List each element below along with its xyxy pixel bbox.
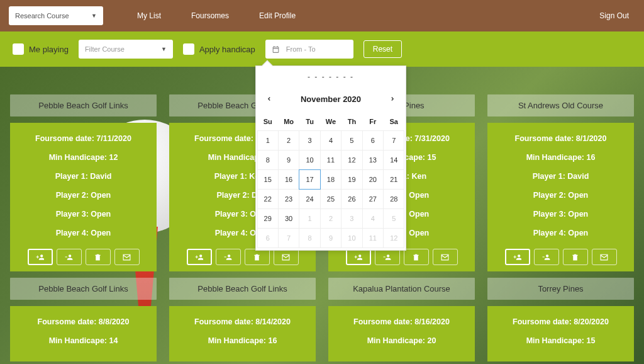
mail-button[interactable] <box>274 249 299 265</box>
top-nav: Research Course ▼ My List Foursomes Edit… <box>0 0 644 31</box>
cal-day[interactable]: 11 <box>320 150 341 170</box>
foursome-card: Foursome date: 8/20/2020Min Handicape: 1… <box>487 306 634 361</box>
cal-day[interactable]: 19 <box>341 169 362 190</box>
chevron-right-icon <box>389 96 396 102</box>
remove-button[interactable] <box>375 249 400 265</box>
card-line: Player 3: Open <box>492 210 629 219</box>
reset-button[interactable]: Reset <box>364 40 402 58</box>
cal-day[interactable]: 28 <box>383 189 404 209</box>
mail-icon <box>600 253 608 261</box>
card-line: Foursome date: 8/20/2020 <box>492 317 629 326</box>
chevron-left-icon <box>266 96 272 102</box>
cal-day[interactable]: 21 <box>383 169 404 190</box>
trash-button[interactable] <box>563 249 588 265</box>
cal-next-month[interactable] <box>387 91 398 106</box>
cal-day[interactable]: 13 <box>362 150 384 170</box>
cal-prev-month[interactable] <box>264 91 275 106</box>
cal-day[interactable]: 10 <box>341 228 362 248</box>
cal-day[interactable]: 10 <box>299 150 320 170</box>
cal-day[interactable]: 6 <box>362 130 384 151</box>
cal-day[interactable]: 1 <box>299 208 320 229</box>
filter-course-dropdown[interactable]: Filter Course ▼ <box>79 40 173 59</box>
add-icon <box>195 253 203 261</box>
cal-day[interactable]: 11 <box>362 228 384 248</box>
mail-button[interactable] <box>592 249 617 265</box>
cal-month-title: November 2020 <box>301 94 361 104</box>
cal-day[interactable]: 17 <box>299 169 320 190</box>
add-button[interactable] <box>187 249 212 265</box>
cal-day[interactable]: 9 <box>320 228 341 248</box>
course-header: St Andrews Old Course <box>487 94 634 117</box>
add-button[interactable] <box>346 249 371 265</box>
card-line: Player 4: Open <box>15 229 152 237</box>
chevron-down-icon: ▼ <box>91 13 97 19</box>
trash-button[interactable] <box>245 249 270 265</box>
nav-foursomes[interactable]: Foursomes <box>176 11 244 20</box>
course-column: Pebble Beach Golf LinksFoursome date: 7/… <box>10 94 157 361</box>
dropdown-label: Research Course <box>15 12 69 20</box>
nav-edit-profile[interactable]: Edit Profile <box>244 11 311 20</box>
cal-day[interactable]: 4 <box>362 208 384 229</box>
trash-button[interactable] <box>86 249 111 265</box>
cal-day[interactable]: 2 <box>278 130 299 151</box>
cal-day[interactable]: 12 <box>341 150 362 170</box>
foursome-card: Foursome date: 8/1/2020Min Handicape: 16… <box>487 123 634 271</box>
cal-day[interactable]: 14 <box>383 150 404 170</box>
remove-button[interactable] <box>534 249 559 265</box>
trash-button[interactable] <box>404 249 429 265</box>
cal-day[interactable]: 27 <box>362 189 384 209</box>
add-button[interactable] <box>28 249 53 265</box>
card-line: Player 1: David <box>492 172 629 181</box>
cal-day[interactable]: 1 <box>257 130 279 151</box>
remove-button[interactable] <box>216 249 241 265</box>
trash-icon <box>412 253 420 261</box>
cal-day[interactable]: 16 <box>278 169 299 190</box>
cal-day[interactable]: 3 <box>299 130 320 151</box>
card-line: Foursome date: 7/11/2020 <box>15 134 152 143</box>
course-header: Pebble Beach Golf Links <box>10 94 157 117</box>
cal-day[interactable]: 26 <box>341 189 362 209</box>
cal-day[interactable]: 8 <box>257 150 279 170</box>
cal-day[interactable]: 7 <box>278 228 299 248</box>
cal-day[interactable]: 15 <box>257 169 279 190</box>
nav-my-list[interactable]: My List <box>122 11 176 20</box>
cal-day[interactable]: 8 <box>299 228 320 248</box>
signout-link[interactable]: Sign Out <box>599 11 635 20</box>
cal-day[interactable]: 24 <box>299 189 320 209</box>
me-playing-checkbox[interactable] <box>13 43 24 55</box>
remove-icon <box>542 253 550 261</box>
cal-day[interactable]: 20 <box>362 169 384 190</box>
card-line: Foursome date: 8/16/2020 <box>333 317 470 326</box>
cal-day[interactable]: 6 <box>257 228 279 248</box>
add-button[interactable] <box>505 249 530 265</box>
cal-day[interactable]: 2 <box>320 208 341 229</box>
mail-button[interactable] <box>433 249 458 265</box>
cal-day[interactable]: 5 <box>341 130 362 151</box>
cal-day[interactable]: 9 <box>278 150 299 170</box>
chevron-down-icon: ▼ <box>161 46 167 52</box>
cal-day[interactable]: 29 <box>257 208 279 229</box>
cal-day[interactable]: 7 <box>383 130 404 151</box>
cal-day[interactable]: 3 <box>341 208 362 229</box>
date-picker-popover: - - - - - - - November 2020 SuMoTuWeThFr… <box>255 65 406 251</box>
cal-day[interactable]: 23 <box>278 189 299 209</box>
card-line: Min Handicape: 20 <box>333 336 470 345</box>
apply-handicap-checkbox[interactable] <box>183 43 194 55</box>
foursome-card: Foursome date: 8/14/2020Min Handicape: 1… <box>169 306 316 361</box>
cal-day[interactable]: 30 <box>278 208 299 229</box>
course-header: Torrey Pines <box>487 278 634 300</box>
cal-day[interactable]: 4 <box>320 130 341 151</box>
calendar-icon <box>272 45 280 54</box>
mail-button[interactable] <box>114 249 140 265</box>
cal-day[interactable]: 18 <box>320 169 341 190</box>
date-range-input[interactable]: From - To <box>265 40 353 59</box>
cal-day[interactable]: 25 <box>320 189 341 209</box>
cal-day[interactable]: 12 <box>383 228 404 248</box>
cal-dow: Su <box>257 113 278 130</box>
filter-bar: Me playing Filter Course ▼ Apply handica… <box>0 31 644 67</box>
remove-button[interactable] <box>57 249 82 265</box>
card-actions <box>174 249 311 265</box>
research-course-dropdown[interactable]: Research Course ▼ <box>9 6 103 25</box>
cal-day[interactable]: 5 <box>383 208 404 229</box>
cal-day[interactable]: 22 <box>257 189 279 209</box>
